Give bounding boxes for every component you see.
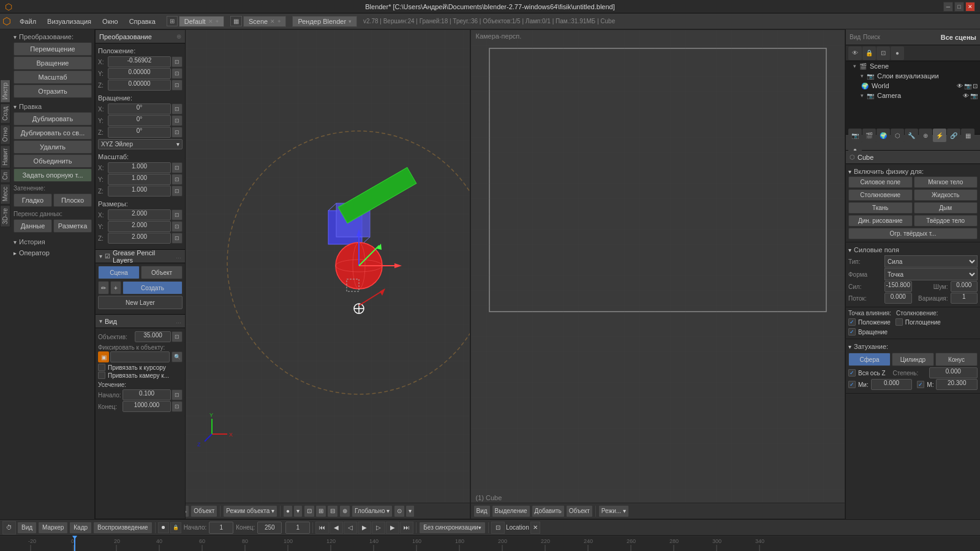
display-btn-1[interactable]: ⊡: [304, 505, 315, 517]
location-x-btn[interactable]: ✕: [530, 522, 540, 534]
tl-frame-btn[interactable]: Кадр: [69, 522, 92, 534]
pos-y-copy[interactable]: ⊡: [172, 68, 183, 79]
outliner-camera[interactable]: ▾ 📷 Camera 👁 📷: [846, 91, 980, 100]
force-field-btn[interactable]: Силовое поле: [848, 176, 913, 188]
pos-x-copy[interactable]: ⊡: [172, 56, 183, 67]
smooth-button[interactable]: Гладко: [13, 193, 52, 207]
mi-input[interactable]: 0.000: [871, 379, 913, 390]
props-icon-data[interactable]: ▦: [961, 129, 974, 142]
vp-right-view[interactable]: Вид: [473, 505, 491, 517]
scale-z-input[interactable]: 1.000: [108, 186, 171, 197]
props-icon-object[interactable]: ⬡: [891, 129, 904, 142]
reflect-button[interactable]: Отразить: [13, 84, 92, 98]
noise-input[interactable]: 0.000: [951, 281, 978, 292]
pivot-point[interactable]: ⊕: [339, 505, 350, 517]
outliner-render-layers[interactable]: ▾ 📷 Слои визуализации: [846, 71, 980, 81]
timeline-scrubber[interactable]: -20 0 20 40 60 80 100 120 140 160 180 20…: [0, 536, 980, 551]
flow-input[interactable]: 0.000: [884, 293, 912, 304]
duplicate-sv-button[interactable]: Дублировать со св...: [13, 126, 92, 140]
current-frame[interactable]: 1: [285, 522, 310, 534]
side-tab-3d[interactable]: 3D-те: [0, 205, 10, 227]
dim-z-input[interactable]: 2.000: [108, 233, 171, 244]
playback-record[interactable]: ⏺: [158, 522, 169, 533]
rot-y-copy[interactable]: ⊡: [172, 115, 183, 126]
workspace-tab-scene[interactable]: Scene ✕ +: [243, 16, 286, 27]
sphere-btn[interactable]: Сфера: [848, 353, 891, 366]
side-tab-nav[interactable]: Навит: [0, 145, 10, 168]
object-mode-select[interactable]: Режим объекта ▾: [223, 505, 277, 517]
world-render-icon[interactable]: 📷: [964, 83, 971, 89]
new-layer-button[interactable]: New Layer: [98, 296, 183, 309]
strength-input[interactable]: -150.800: [884, 281, 912, 292]
skip-end-btn[interactable]: ⏭: [400, 522, 413, 534]
mi-checkbox[interactable]: [848, 381, 856, 388]
rigid-body-btn[interactable]: Твёрдое тело: [914, 215, 978, 227]
rot-y-input[interactable]: 0°: [108, 115, 171, 126]
viewport-right[interactable]: Камера-персп.: [470, 29, 846, 519]
collision-btn[interactable]: Столкновение: [848, 189, 913, 201]
scene-tab[interactable]: Сцена: [98, 266, 140, 279]
shape-select[interactable]: Точка: [884, 268, 978, 280]
tl-play-btn[interactable]: Воспроизведение: [93, 522, 153, 534]
dim-y-copy[interactable]: ⊡: [172, 221, 183, 232]
maximize-button[interactable]: □: [954, 2, 964, 12]
scale-z-copy[interactable]: ⊡: [172, 186, 183, 197]
euler-selector[interactable]: XYZ Эйлер ▾: [98, 139, 183, 149]
variation-input[interactable]: 1: [951, 293, 978, 304]
liquid-btn[interactable]: Жидкость: [914, 189, 978, 201]
side-tab-tools[interactable]: Инстр: [0, 80, 10, 103]
vp-object-menu[interactable]: Объект: [190, 505, 217, 517]
object-tab[interactable]: Объект: [141, 266, 183, 279]
outliner-search-btn[interactable]: Поиск: [863, 34, 880, 40]
display-btn-3[interactable]: ⊟: [327, 505, 338, 517]
layout-button[interactable]: Разметка: [53, 219, 92, 233]
shade-options[interactable]: ▾: [293, 505, 303, 517]
scale-y-copy[interactable]: ⊡: [172, 174, 183, 185]
absorption-checkbox[interactable]: [895, 318, 903, 326]
minimize-button[interactable]: ─: [943, 2, 953, 12]
pos-y-input[interactable]: 0.00000: [108, 68, 171, 79]
outliner-filter-icon-4[interactable]: ●: [891, 47, 904, 60]
side-tab-relations[interactable]: Отно: [0, 124, 10, 144]
side-tab-create[interactable]: Созд: [0, 103, 10, 124]
camera-eye-icon[interactable]: 👁: [963, 92, 969, 99]
location-icon[interactable]: ⊡: [491, 522, 505, 534]
flat-button[interactable]: Плоско: [53, 193, 92, 207]
m-input[interactable]: 20.300: [936, 379, 978, 390]
pos-z-input[interactable]: 0.00000: [108, 80, 171, 91]
menu-file[interactable]: Файл: [15, 15, 41, 28]
shade-solid[interactable]: ●: [283, 505, 293, 517]
rot-z-copy[interactable]: ⊡: [172, 127, 183, 138]
vp-right-mode[interactable]: Режи... ▾: [598, 505, 629, 517]
dyn-paint-btn[interactable]: Дин. рисование: [848, 215, 913, 227]
clip-end-input[interactable]: 1000.000: [123, 401, 171, 412]
timeline-start[interactable]: 1: [209, 522, 233, 534]
tl-marker-btn[interactable]: Маркер: [38, 522, 68, 534]
power-input[interactable]: 0.000: [929, 367, 978, 378]
rotate-button[interactable]: Вращение: [13, 56, 92, 70]
workspace-tab-default[interactable]: Default ✕ +: [179, 16, 224, 27]
props-icon-particles[interactable]: ⊕: [919, 129, 932, 142]
dim-x-copy[interactable]: ⊡: [172, 209, 183, 220]
props-icon-constraints[interactable]: 🔗: [947, 129, 960, 142]
all-z-checkbox[interactable]: [848, 369, 856, 377]
close-button[interactable]: ✕: [965, 2, 975, 12]
cone-btn[interactable]: Конус: [935, 353, 978, 366]
clip-start-copy[interactable]: ⊡: [172, 389, 183, 400]
scale-x-input[interactable]: 1.000: [108, 162, 171, 173]
world-eye-icon[interactable]: 👁: [957, 83, 963, 89]
snap-toggle[interactable]: ⊙: [394, 505, 405, 517]
clip-start-input[interactable]: 0.100: [123, 389, 171, 400]
scale-y-input[interactable]: 1.000: [108, 174, 171, 185]
props-icon-world[interactable]: 🌍: [876, 129, 890, 142]
outliner-filter-icon-1[interactable]: 👁: [848, 47, 862, 60]
move-button[interactable]: Перемещение: [13, 42, 92, 56]
pencil-icon[interactable]: ✏: [98, 281, 109, 294]
lock-object-input[interactable]: [110, 351, 170, 362]
dim-y-input[interactable]: 2.000: [108, 221, 171, 232]
cloth-btn[interactable]: Ткань: [848, 202, 913, 214]
join-button[interactable]: Объединить: [13, 154, 92, 168]
clip-end-copy[interactable]: ⊡: [172, 401, 183, 412]
lock-copy[interactable]: 🔍: [172, 351, 183, 362]
side-tab-sp[interactable]: Сп: [0, 169, 10, 183]
